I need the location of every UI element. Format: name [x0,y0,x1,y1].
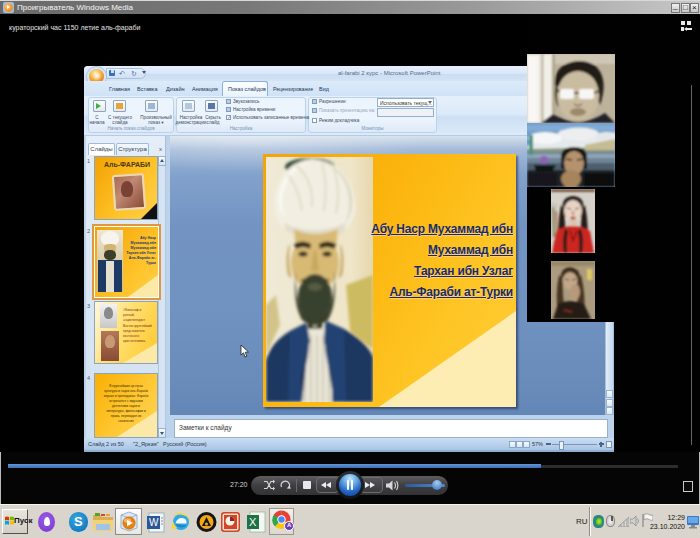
svg-text:X: X [249,516,257,528]
svg-text:W: W [149,517,159,528]
